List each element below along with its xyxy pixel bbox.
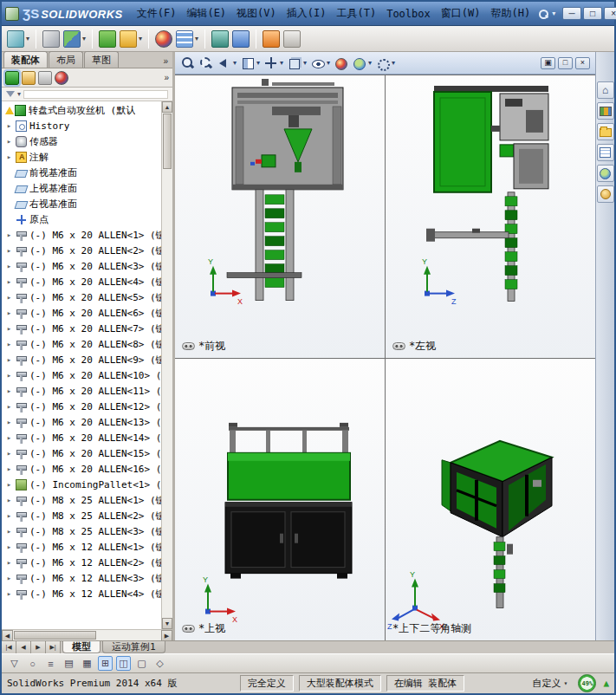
tree-item-m6x12-allen-1[interactable]: ▸ (-) M6 x 12 ALLEN<1> (镶 [2, 539, 161, 555]
scroll-prev-button[interactable]: ◀ [16, 641, 31, 653]
filter-caret-icon[interactable]: ▾ [17, 90, 21, 98]
file-explorer-icon[interactable] [597, 123, 614, 140]
hud-caret[interactable]: ▾ [280, 59, 283, 67]
expander-icon[interactable]: ▸ [5, 511, 13, 520]
expander-icon[interactable]: ▸ [5, 246, 13, 255]
display-manager-tab-icon[interactable] [55, 71, 68, 85]
hud-caret[interactable]: ▾ [368, 59, 372, 67]
expander-icon[interactable]: ▸ [5, 496, 13, 504]
edit-appearance-icon[interactable] [155, 30, 172, 48]
appearances-scenes-icon[interactable] [597, 165, 614, 182]
expander-icon[interactable]: ▸ [5, 324, 13, 333]
expander-icon[interactable]: ▸ [5, 293, 13, 302]
line-format-icon[interactable]: ≡ [43, 656, 58, 671]
close-button[interactable]: × [604, 7, 616, 20]
expander-icon[interactable]: ▸ [5, 137, 13, 146]
tree-item-m6x12-allen-4[interactable]: ▸ (-) M6 x 12 ALLEN<4> (镶 [2, 586, 161, 601]
filter-input[interactable] [23, 90, 168, 99]
filter-funnel-icon[interactable] [6, 91, 15, 97]
hud-caret[interactable]: ▾ [233, 59, 237, 67]
tree-item-origin[interactable]: 原点 [2, 211, 161, 227]
expander-icon[interactable]: ▸ [5, 121, 13, 130]
tree-item-right-plane[interactable]: 右视基准面 [2, 196, 161, 211]
tree-item-history[interactable]: ▸ History [2, 118, 161, 133]
expander-icon[interactable]: ▸ [5, 371, 13, 380]
smart-fasteners-icon[interactable] [99, 30, 116, 48]
scroll-up-icon[interactable]: ▲ [162, 101, 172, 113]
hscroll-thumb[interactable] [14, 631, 96, 640]
panel-tab-layout[interactable]: 布局 [49, 51, 83, 68]
toolbar-caret[interactable]: ▾ [82, 35, 86, 42]
snap-points-icon[interactable]: ⊞ [98, 656, 113, 671]
apply-scene-icon[interactable] [352, 56, 367, 70]
scroll-last-button[interactable]: ▶| [46, 641, 61, 653]
search-caret-icon[interactable]: ▾ [552, 10, 555, 17]
design-library-icon[interactable] [597, 102, 614, 120]
close-pane-button[interactable]: × [575, 57, 590, 69]
tree-item-m8x25-allen-1[interactable]: ▸ (-) M8 x 25 ALLEN<1> (镶 [2, 492, 161, 508]
sketch-entity-icon[interactable]: ○ [25, 656, 40, 671]
tree-root-assembly[interactable]: 转盘式自动攻丝机 (默认 [2, 102, 161, 118]
tree-item-m6x20-allen-9[interactable]: ▸ (-) M6 x 20 ALLEN<9> (镶 [2, 352, 161, 367]
layer-icon[interactable]: ▤ [62, 656, 76, 671]
toolbar-caret[interactable]: ▾ [26, 35, 29, 42]
configuration-manager-tab-icon[interactable] [38, 71, 52, 85]
tree-item-m8x25-allen-2[interactable]: ▸ (-) M8 x 25 ALLEN<2> (镶 [2, 508, 161, 523]
hud-caret[interactable]: ▾ [327, 59, 330, 67]
menu-edit[interactable]: 编辑(E) [181, 3, 231, 23]
tree-item-m6x20-allen-13[interactable]: ▸ (-) M6 x 20 ALLEN<13> ( [2, 414, 161, 430]
toolbar-caret[interactable]: ▾ [139, 35, 142, 42]
show-hidden-components-icon[interactable] [120, 30, 137, 48]
tree-item-m6x20-allen-5[interactable]: ▸ (-) M6 x 20 ALLEN<5> (镶 [2, 289, 161, 305]
tree-item-m6x12-allen-3[interactable]: ▸ (-) M6 x 12 ALLEN<3> (镶 [2, 570, 161, 586]
tree-item-m6x20-allen-10[interactable]: ▸ (-) M6 x 20 ALLEN<10> ( [2, 367, 161, 383]
expander-icon[interactable]: ▸ [5, 433, 13, 442]
tree-item-m6x20-allen-15[interactable]: ▸ (-) M6 x 20 ALLEN<15> ( [2, 445, 161, 461]
tree-item-m6x20-allen-1[interactable]: ▸ (-) M6 x 20 ALLEN<1> (镶 [2, 227, 161, 243]
tree-item-m6x20-allen-2[interactable]: ▸ (-) M6 x 20 ALLEN<2> (镶 [2, 243, 161, 258]
expander-icon[interactable]: ▸ [5, 402, 13, 411]
panel-tab-sketch[interactable]: 草图 [84, 51, 119, 68]
view-settings-icon[interactable] [375, 56, 391, 70]
edit-appearance-icon[interactable] [334, 56, 349, 70]
expander-icon[interactable]: ▸ [5, 309, 13, 317]
tree-item-m6x20-allen-3[interactable]: ▸ (-) M6 x 20 ALLEN<3> (镶 [2, 258, 161, 274]
expander-icon[interactable]: ▸ [5, 418, 13, 426]
tree-item-top-plane[interactable]: 上视基准面 [2, 180, 161, 196]
tree-item-m6x20-allen-4[interactable]: ▸ (-) M6 x 20 ALLEN<4> (镶 [2, 274, 161, 289]
tree-vertical-scrollbar[interactable]: ▲ ▼ [161, 101, 172, 629]
expander-icon[interactable]: ▸ [5, 464, 13, 473]
viewport-top[interactable]: Y X *上视 [175, 359, 385, 641]
maximize-pane-button[interactable]: □ [558, 57, 573, 69]
tree-item-m6x20-allen-11[interactable]: ▸ (-) M6 x 20 ALLEN<11> ( [2, 383, 161, 399]
panel-tabs-overflow-icon[interactable]: » [159, 56, 172, 68]
scroll-down-icon[interactable]: ▼ [162, 618, 172, 629]
resource-gauge[interactable]: 49% [578, 674, 596, 692]
expander-icon[interactable]: ▸ [5, 355, 13, 364]
view-palette-icon[interactable] [597, 144, 614, 161]
expand-arrow-icon[interactable]: ▲ [603, 678, 609, 689]
hide-show-items-icon[interactable] [310, 56, 326, 70]
motion-study-icon[interactable] [211, 30, 229, 48]
grid-icon[interactable]: ▦ [80, 656, 94, 671]
panel-tab-assembly[interactable]: 装配体 [3, 51, 48, 68]
expander-icon[interactable]: ▸ [5, 277, 13, 286]
hud-caret[interactable]: ▾ [303, 59, 307, 67]
hud-caret[interactable]: ▾ [392, 59, 395, 67]
menu-tools[interactable]: 工具(T) [331, 3, 381, 23]
feature-manager-overflow-icon[interactable]: » [164, 73, 169, 82]
tree-horizontal-scrollbar[interactable]: ◀ ▶ [2, 629, 172, 640]
toolbar-caret[interactable]: ▾ [195, 35, 198, 42]
task-pane-home-icon[interactable]: ⌂ [597, 81, 614, 99]
expander-icon[interactable]: ▸ [5, 527, 13, 536]
menu-window[interactable]: 窗口(W) [436, 3, 486, 23]
tree-item-m6x20-allen-7[interactable]: ▸ (-) M6 x 20 ALLEN<7> (镶 [2, 321, 161, 336]
scroll-first-button[interactable]: |◀ [2, 641, 16, 653]
zoom-area-icon[interactable] [198, 56, 214, 70]
expander-icon[interactable]: ▸ [5, 558, 13, 567]
component-pattern-icon[interactable] [176, 30, 193, 48]
view-capture-icon[interactable] [7, 30, 24, 48]
expander-icon[interactable]: ▸ [5, 231, 13, 239]
custom-dropdown[interactable]: 自定义 ▾ [528, 676, 574, 691]
select-filter-icon[interactable]: ▽ [7, 656, 22, 671]
